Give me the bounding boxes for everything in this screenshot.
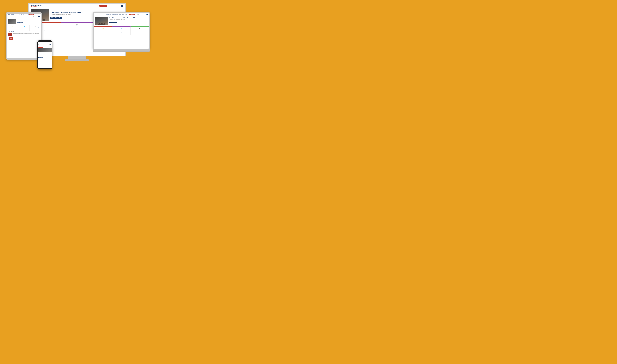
- phone-search-input[interactable]: [39, 44, 50, 45]
- tablet-search: 🔍: [32, 16, 40, 17]
- phone-logo-sub: RESOURCES: [39, 42, 51, 43]
- tablet-hurry-arrow: →: [8, 28, 18, 29]
- phone-header: Pediatric Critical Care RESOURCES: [38, 41, 52, 43]
- tablet-news-bar: [8, 31, 8, 32]
- laptop-device: Pediatric Critical Care RESOURCES Resour…: [93, 12, 150, 55]
- hurry-icon: ⚡: [100, 5, 101, 6]
- laptop-hurry-btn[interactable]: ⚡ IN A HURRY ▾: [129, 14, 135, 15]
- search-input[interactable]: [109, 5, 121, 7]
- step-logo: StEP: [9, 34, 11, 35]
- about-project-button[interactable]: ABOUT THE PROJECT: [50, 17, 62, 19]
- nav-about[interactable]: About Us: [80, 5, 84, 6]
- monitor-base: [65, 59, 89, 61]
- tablet-screen: Pediatric Critical Care RESOURCES Resour…: [7, 14, 41, 58]
- laptop-virtual-icon: 📞: [131, 28, 148, 29]
- phone-hurry-label: IN A HURRY ▾: [40, 47, 43, 48]
- tablet-step-image: StEP: [8, 33, 13, 36]
- phone-search-row: 🔍: [38, 43, 52, 45]
- laptop-bottom: [93, 49, 150, 51]
- tablet-card-library[interactable]: 🩺 Resource Library Browse pediatric reso…: [18, 25, 30, 31]
- laptop-nav-library[interactable]: Resource Library: [106, 14, 111, 15]
- laptop-hurry-icon: ⚡: [130, 14, 131, 15]
- monitor-stand: [68, 56, 86, 59]
- tablet-step-title: StEP Course: [13, 33, 40, 33]
- card-resource-library[interactable]: 🩺 Resource Library Browse pediatric reso…: [61, 22, 93, 32]
- nav-resource-library[interactable]: Resource Library: [57, 5, 63, 6]
- phone-frame: Pediatric Critical Care RESOURCES 🔍 ⚡ IN…: [37, 40, 52, 69]
- laptop-card-virtual[interactable]: 📞 Provincial Pediatric Virtual Support P…: [131, 26, 149, 35]
- laptop-nav-news[interactable]: News & Events: [119, 14, 124, 15]
- laptop-hero: Up-to-date resources for pediatric criti…: [94, 16, 149, 26]
- laptop-hurry-label: IN A HURRY ▾: [131, 14, 135, 15]
- tablet-hero-subtitle: Transforming the critical care of childr…: [17, 20, 34, 20]
- tablet-reach-desc: The REACH OUT Newsletter provides inform…: [13, 39, 25, 39]
- laptop-card-library[interactable]: 🩺 Resource Library Browse pediatric reso…: [112, 26, 131, 35]
- tablet-reach-content: Reach Out Newsletter The REACH OUT Newsl…: [13, 38, 25, 39]
- tablet-nav: Resource Library Families and Patients N…: [15, 14, 29, 15]
- tablet-nav-news[interactable]: News & Events: [23, 14, 26, 15]
- tablet-hurry-btn[interactable]: ⚡ IN A HURRY ▾: [29, 14, 34, 15]
- tablet-library-title: Resource Library: [19, 27, 29, 28]
- tablet-library-desc: Browse pediatric resources for providers: [19, 28, 29, 28]
- laptop-search-input[interactable]: [137, 14, 146, 15]
- laptop-search: 🔍: [137, 14, 148, 15]
- laptop-about-btn[interactable]: ABOUT THE PROJECT: [109, 22, 117, 23]
- tablet-nav-library[interactable]: Resource Library: [15, 14, 18, 15]
- site-header: Pediatric Critical Care RESOURCES Resour…: [29, 4, 125, 8]
- phone-hero-text: Up-to-date resources for pediatric criti…: [38, 52, 52, 59]
- tablet-virtual-arrow: →: [30, 29, 40, 30]
- tablet-news-step: StEP StEP Course Stabilization Essential…: [8, 33, 40, 36]
- hurry-button[interactable]: ⚡ IN A HURRY ▾: [99, 5, 107, 7]
- tablet-hero-image: [8, 19, 16, 24]
- phone-hurry-card-icon: ⚡: [39, 60, 51, 61]
- tablet-card-hurry[interactable]: ⚡ In a Hurry Quick provider resources fo…: [7, 25, 18, 31]
- phone-card-hurry[interactable]: ⚡ In a Hurry Quick provider resources fo…: [38, 59, 52, 62]
- nav-families[interactable]: Families and Patients: [65, 5, 72, 6]
- laptop-logo-block: Pediatric Critical Care RESOURCES: [95, 14, 104, 15]
- tablet-virtual-icon: 📞: [30, 26, 40, 27]
- phone-about-btn[interactable]: ABOUT THE PROJECT: [39, 57, 43, 58]
- search-button[interactable]: 🔍: [121, 5, 123, 7]
- tablet-about-btn[interactable]: ABOUT THE PROJECT: [17, 22, 24, 23]
- tablet-reach-out: reach out Reach Out Newsletter The REACH…: [8, 37, 40, 40]
- tablet-search-input[interactable]: [32, 16, 39, 17]
- phone-hero-image: [38, 48, 52, 52]
- nav-news[interactable]: News & Events: [74, 5, 79, 6]
- hero-subtitle: Transforming the critical care of childr…: [50, 14, 84, 15]
- laptop-news-bar: [95, 35, 95, 37]
- tablet-logo-sub: RESOURCES: [8, 15, 14, 15]
- tablet-hurry-title: In a Hurry: [8, 27, 18, 28]
- laptop-news-heading: NEWS & EVENTS: [95, 35, 148, 37]
- laptop-frame: Pediatric Critical Care RESOURCES Resour…: [93, 12, 150, 49]
- hero-title: Up-to-date resources for pediatric criti…: [50, 12, 84, 13]
- tablet-search-button[interactable]: 🔍: [39, 16, 40, 17]
- site-logo-sub: RESOURCES: [31, 6, 41, 7]
- laptop-library-icon: 🩺: [113, 28, 130, 29]
- tablet-news: NEWS & EVENTS StEP StEP Course Stabiliza…: [7, 31, 41, 41]
- site-logo: Pediatric Critical Care: [31, 5, 41, 6]
- hurry-label: IN A HURRY: [101, 5, 106, 6]
- phone-hurry-button[interactable]: ⚡ IN A HURRY ▾: [39, 47, 43, 48]
- laptop-card-hurry[interactable]: ⚡ In a Hurry Quick provider resources fo…: [94, 26, 112, 35]
- phone-screen: Pediatric Critical Care RESOURCES 🔍 ⚡ IN…: [38, 41, 52, 68]
- library-card-arrow: →: [62, 30, 92, 31]
- tablet-virtual-desc: Voice & support for health care provider…: [30, 28, 40, 29]
- tablet-card-virtual[interactable]: 📞 Provincial Pediatric Virtual Support P…: [30, 25, 41, 31]
- site-nav: Resource Library Families and Patients N…: [43, 5, 98, 6]
- laptop-hurry-icon: ⚡: [94, 28, 112, 29]
- laptop-hero-image: [95, 17, 108, 26]
- reach-out-label: reach out: [10, 38, 12, 39]
- laptop-virtual-desc: Voice & virtual support for health care …: [131, 32, 148, 32]
- laptop-library-desc: Browse pediatric resources for providers: [113, 31, 130, 31]
- tablet-virtual-title: Provincial Pediatric Virtual Support Pat…: [30, 27, 40, 28]
- tablet-nav-about[interactable]: About US: [27, 14, 29, 15]
- phone-hurry-icon: ⚡: [39, 47, 39, 48]
- laptop-nav-families[interactable]: Families and Patients: [112, 14, 118, 15]
- laptop-screen: Pediatric Critical Care RESOURCES Resour…: [94, 13, 149, 49]
- laptop-search-button[interactable]: 🔍: [146, 14, 147, 15]
- phone-search-button[interactable]: 🔍: [50, 44, 51, 45]
- tablet-nav-families[interactable]: Families and Patients: [19, 14, 23, 15]
- tablet-device: Pediatric Critical Care RESOURCES Resour…: [6, 12, 42, 60]
- laptop-library-arrow: →: [113, 32, 130, 33]
- laptop-nav-about[interactable]: About Us: [125, 14, 127, 15]
